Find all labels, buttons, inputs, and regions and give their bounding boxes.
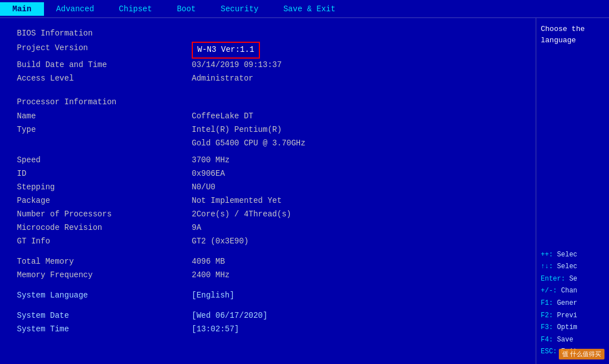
help-item-4: F1: Gener bbox=[541, 298, 604, 310]
package-row: Package Not Implemented Yet bbox=[17, 194, 524, 208]
tab-bar[interactable]: Main Advanced Chipset Boot Security Save… bbox=[0, 0, 609, 18]
sidebar-help: ++: Selec ↑↓: Selec Enter: Se +/-: Chan … bbox=[541, 249, 604, 358]
build-date-value: 03/14/2019 09:13:37 bbox=[192, 59, 524, 72]
help-item-1: ↑↓: Selec bbox=[541, 261, 604, 273]
gt-info-row: GT Info GT2 (0x3E90) bbox=[17, 235, 524, 248]
build-date-row: Build Date and Time 03/14/2019 09:13:37 bbox=[17, 59, 524, 72]
right-sidebar: Choose the language ++: Selec ↑↓: Selec … bbox=[536, 18, 609, 364]
type-value: Intel(R) Pentium(R) Gold G5400 CPU @ 3.7… bbox=[192, 123, 524, 150]
access-level-value: Administrator bbox=[192, 72, 524, 86]
tab-boot[interactable]: Boot bbox=[165, 2, 209, 16]
main-layout: BIOS Information Project Version W-N3 Ve… bbox=[0, 18, 609, 364]
system-language-label: System Language bbox=[17, 289, 192, 303]
tab-chipset[interactable]: Chipset bbox=[107, 2, 165, 16]
microcode-value: 9A bbox=[192, 221, 524, 235]
package-label: Package bbox=[17, 194, 192, 208]
microcode-label: Microcode Revision bbox=[17, 221, 192, 235]
system-language-row[interactable]: System Language [English] bbox=[17, 289, 524, 303]
gt-info-value: GT2 (0x3E90) bbox=[192, 235, 524, 248]
system-time-row[interactable]: System Time [13:02:57] bbox=[17, 323, 524, 336]
gt-info-label: GT Info bbox=[17, 235, 192, 248]
choose-text-line1: Choose the bbox=[541, 24, 604, 35]
system-date-value: [Wed 06/17/2020] bbox=[192, 309, 524, 323]
key-1: ↑↓: bbox=[541, 263, 553, 270]
project-version-row: Project Version W-N3 Ver:1.1 bbox=[17, 42, 524, 59]
id-row: ID 0x906EA bbox=[17, 167, 524, 181]
key-3: +/-: bbox=[541, 287, 557, 295]
total-memory-value: 4096 MB bbox=[192, 255, 524, 269]
system-date-label: System Date bbox=[17, 309, 192, 323]
access-level-label: Access Level bbox=[17, 72, 192, 86]
key-5: F2: bbox=[541, 312, 553, 319]
key-4: F1: bbox=[541, 299, 553, 307]
sidebar-description: Choose the language bbox=[541, 24, 604, 46]
system-date-row[interactable]: System Date [Wed 06/17/2020] bbox=[17, 309, 524, 323]
tab-security[interactable]: Security bbox=[208, 2, 271, 16]
processor-section-label: Processor Information bbox=[17, 96, 192, 109]
key-2: Enter: bbox=[541, 275, 565, 283]
help-item-5: F2: Previ bbox=[541, 310, 604, 322]
project-version-value: W-N3 Ver:1.1 bbox=[192, 42, 524, 59]
id-label: ID bbox=[17, 167, 192, 181]
bios-info-section-label: BIOS Information bbox=[17, 27, 192, 41]
tab-advanced[interactable]: Advanced bbox=[44, 2, 107, 16]
stepping-row: Stepping N0/U0 bbox=[17, 181, 524, 194]
system-language-value: [English] bbox=[192, 289, 524, 303]
bios-screen: Main Advanced Chipset Boot Security Save… bbox=[0, 0, 609, 364]
version-box: W-N3 Ver:1.1 bbox=[192, 42, 260, 59]
microcode-row: Microcode Revision 9A bbox=[17, 221, 524, 235]
name-label: Name bbox=[17, 110, 192, 123]
help-item-7: F4: Save bbox=[541, 334, 604, 347]
num-processors-value: 2Core(s) / 4Thread(s) bbox=[192, 208, 524, 221]
id-value: 0x906EA bbox=[192, 167, 524, 181]
key-6: F3: bbox=[541, 323, 553, 331]
num-processors-label: Number of Processors bbox=[17, 208, 192, 221]
watermark: 值 什么值得买 bbox=[559, 349, 604, 359]
memory-freq-label: Memory Frequency bbox=[17, 269, 192, 282]
system-time-label: System Time bbox=[17, 323, 192, 336]
speed-row: Speed 3700 MHz bbox=[17, 154, 524, 167]
stepping-label: Stepping bbox=[17, 181, 192, 194]
processor-header-row: Processor Information bbox=[17, 92, 524, 110]
choose-text-line2: language bbox=[541, 35, 604, 46]
key-0: ++: bbox=[541, 251, 553, 259]
help-item-0: ++: Selec bbox=[541, 249, 604, 261]
package-value: Not Implemented Yet bbox=[192, 194, 524, 208]
memory-freq-row: Memory Frequency 2400 MHz bbox=[17, 269, 524, 282]
tab-save-exit[interactable]: Save & Exit bbox=[271, 2, 347, 16]
tab-main[interactable]: Main bbox=[0, 2, 44, 16]
stepping-value: N0/U0 bbox=[192, 181, 524, 194]
name-value: CoffeeLake DT bbox=[192, 110, 524, 123]
speed-label: Speed bbox=[17, 154, 192, 167]
speed-value: 3700 MHz bbox=[192, 154, 524, 167]
name-row: Name CoffeeLake DT bbox=[17, 110, 524, 123]
type-label: Type bbox=[17, 123, 192, 137]
bios-info-header-row: BIOS Information bbox=[17, 24, 524, 42]
bios-table: BIOS Information Project Version W-N3 Ve… bbox=[17, 24, 524, 336]
access-level-row: Access Level Administrator bbox=[17, 72, 524, 86]
total-memory-row: Total Memory 4096 MB bbox=[17, 255, 524, 269]
key-7: F4: bbox=[541, 336, 553, 344]
build-date-label: Build Date and Time bbox=[17, 59, 192, 72]
help-item-6: F3: Optim bbox=[541, 322, 604, 334]
num-processors-row: Number of Processors 2Core(s) / 4Thread(… bbox=[17, 208, 524, 221]
system-time-value: [13:02:57] bbox=[192, 323, 524, 336]
help-item-2: Enter: Se bbox=[541, 273, 604, 286]
project-version-label: Project Version bbox=[17, 42, 192, 55]
memory-freq-value: 2400 MHz bbox=[192, 269, 524, 282]
help-item-3: +/-: Chan bbox=[541, 285, 604, 298]
content-area: BIOS Information Project Version W-N3 Ve… bbox=[0, 18, 536, 364]
key-8: ESC: bbox=[541, 348, 557, 356]
type-row: Type Intel(R) Pentium(R) Gold G5400 CPU … bbox=[17, 123, 524, 150]
total-memory-label: Total Memory bbox=[17, 255, 192, 269]
